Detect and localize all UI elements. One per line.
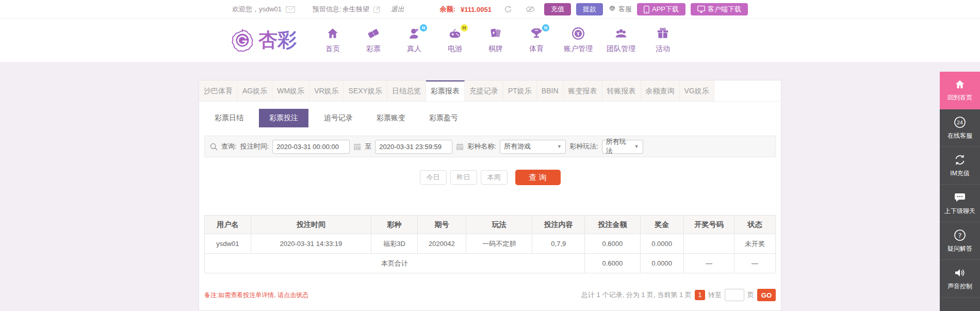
- game-select-value: 所有游戏: [504, 142, 531, 151]
- sidebar-item-back-home[interactable]: 回到首页: [940, 72, 980, 109]
- table-row: ysdw01 2020-03-31 14:33:19 福彩3D 2020042 …: [205, 234, 776, 254]
- client-download-button[interactable]: 客户端下载: [691, 3, 748, 15]
- edit-icon[interactable]: [373, 6, 381, 13]
- sidebar-item-online-service[interactable]: 24 在线客服: [940, 109, 980, 147]
- play-type-select[interactable]: 所有玩法 ▼: [602, 140, 643, 154]
- col-username: 用户名: [205, 216, 251, 234]
- svg-text:?: ?: [958, 232, 962, 239]
- nav-item-home[interactable]: 首页: [319, 27, 346, 54]
- coin-icon: [571, 27, 585, 41]
- cell-bet-time: 2020-03-31 14:33:19: [251, 234, 371, 254]
- nav-item-account[interactable]: 账户管理: [564, 27, 593, 54]
- withdraw-button[interactable]: 提款: [576, 3, 603, 15]
- hide-balance-eye-icon[interactable]: [526, 6, 535, 13]
- tab-saba-sports[interactable]: 沙巴体育: [199, 80, 238, 101]
- app-download-button[interactable]: APP下载: [637, 3, 685, 15]
- refresh-balance-icon[interactable]: [504, 5, 512, 13]
- query-label: 查询:: [221, 142, 237, 151]
- bet-time-to-input[interactable]: [375, 140, 452, 154]
- customer-service-link[interactable]: 客服: [608, 5, 632, 14]
- table-footer: 备注:如需查看投注单详情, 请点击状态 总计 1 个记录, 分为 1 页, 当前…: [204, 289, 776, 301]
- site-header: 杏彩 首页 彩票 N 真人: [0, 19, 980, 62]
- sidebar-item-faq[interactable]: ? 疑问解答: [940, 222, 980, 260]
- tab-bbin[interactable]: BBIN: [537, 80, 564, 101]
- tab-balance-query[interactable]: 余额查询: [641, 80, 680, 101]
- tab-daily-summary[interactable]: 日结总览: [387, 80, 426, 101]
- im-recharge-icon: [954, 154, 966, 166]
- recharge-button[interactable]: 充值: [544, 3, 571, 15]
- gamepad-icon: H: [448, 27, 462, 41]
- tab-wm[interactable]: WM娱乐: [272, 80, 309, 101]
- balance-value: ¥111.0051: [461, 6, 492, 13]
- tab-lottery-report[interactable]: 彩票报表: [426, 80, 465, 101]
- search-button[interactable]: 查 询: [515, 170, 561, 185]
- customer-service-label: 客服: [618, 5, 632, 14]
- cell-username: ysdw01: [205, 234, 251, 254]
- current-page-badge[interactable]: 1: [695, 290, 705, 300]
- subtab-lottery-profit-loss[interactable]: 彩票盈亏: [421, 109, 466, 127]
- play-type-select-value: 所有玩法: [606, 137, 631, 156]
- svg-text:24: 24: [957, 120, 963, 125]
- site-logo[interactable]: 杏彩: [231, 27, 297, 53]
- sidebar-item-chat[interactable]: 上下级聊天: [940, 185, 980, 222]
- sidebar-item-label: IM充值: [950, 169, 969, 178]
- game-select[interactable]: 所有游戏 ▼: [500, 140, 566, 154]
- cell-bet-content: 0,7,9: [532, 234, 585, 254]
- subtab-chase-records[interactable]: 追号记录: [316, 109, 361, 127]
- today-button[interactable]: 今日: [420, 170, 447, 185]
- welcome-text: 欢迎您，ysdw01: [232, 5, 282, 14]
- chevron-down-icon: ▼: [557, 144, 562, 149]
- col-play: 玩法: [466, 216, 532, 234]
- pagination-summary: 总计 1 个记录, 分为 1 页, 当前第 1 页: [581, 290, 692, 300]
- tab-ag[interactable]: AG娱乐: [238, 80, 272, 101]
- calendar-icon[interactable]: [456, 143, 464, 151]
- tab-account-change-report[interactable]: 账变报表: [564, 80, 602, 101]
- col-status: 状态: [734, 216, 776, 234]
- speaker-icon: [954, 267, 966, 279]
- yesterday-button[interactable]: 昨日: [450, 170, 477, 185]
- badge-n: N: [420, 24, 427, 31]
- trophy-icon: N: [530, 27, 543, 41]
- nav-item-team[interactable]: 团队管理: [607, 27, 635, 54]
- mail-icon[interactable]: [286, 6, 295, 13]
- nav-item-sports[interactable]: N 体育: [523, 27, 550, 54]
- badge-h: H: [461, 24, 468, 31]
- question-mark-icon: ?: [954, 229, 966, 241]
- main-nav: 首页 彩票 N 真人 H 电游: [319, 27, 676, 54]
- top-bar: 欢迎您，ysdw01 预留信息: 余生独望 退出 余额: ¥111.0051 充…: [0, 0, 980, 19]
- go-button[interactable]: GO: [757, 289, 776, 301]
- nav-item-lottery[interactable]: 彩票: [360, 27, 387, 54]
- cell-prize: 0.0000: [640, 234, 683, 254]
- bet-time-from-input[interactable]: [272, 140, 350, 154]
- subtab-lottery-daily[interactable]: 彩票日结: [206, 109, 252, 127]
- tab-sexy[interactable]: SEXY娱乐: [344, 80, 387, 101]
- home-icon: [954, 79, 966, 90]
- logout-link[interactable]: 退出: [391, 5, 404, 14]
- sidebar-item-label: 疑问解答: [948, 244, 972, 253]
- nav-label: 棋牌: [482, 44, 509, 54]
- sidebar-item-im-recharge[interactable]: IM充值: [940, 147, 980, 185]
- bets-table: 用户名 投注时间 彩种 期号 玩法 投注内容 投注金额 奖金 开奖号码 状态 y…: [204, 215, 776, 273]
- calendar-icon[interactable]: [353, 143, 361, 151]
- nav-item-promotions[interactable]: 活动: [649, 27, 676, 54]
- tab-transfer-report[interactable]: 转账报表: [602, 80, 641, 101]
- cell-bet-amount: 0.6000: [585, 234, 640, 254]
- tab-vg[interactable]: VG娱乐: [680, 80, 714, 101]
- phone-icon: [644, 6, 649, 13]
- this-week-button[interactable]: 本周: [481, 170, 508, 185]
- page-input[interactable]: [725, 289, 744, 301]
- nav-item-live[interactable]: N 真人: [401, 27, 428, 54]
- nav-item-egames[interactable]: H 电游: [442, 27, 468, 54]
- nav-label: 电游: [442, 44, 468, 54]
- cell-status[interactable]: 未开奖: [734, 234, 776, 254]
- cell-lottery-type: 福彩3D: [371, 234, 418, 254]
- col-bet-amount: 投注金额: [585, 216, 640, 234]
- subtab-lottery-account-change[interactable]: 彩票账变: [368, 109, 414, 127]
- nav-item-cards[interactable]: 棋牌: [482, 27, 509, 54]
- sidebar-item-sound[interactable]: 声音控制: [940, 260, 980, 298]
- subtab-lottery-bets[interactable]: 彩票投注: [259, 109, 308, 127]
- tab-vr[interactable]: VR娱乐: [309, 80, 344, 101]
- reserved-info-label: 预留信息:: [313, 5, 341, 14]
- tab-pt[interactable]: PT娱乐: [503, 80, 537, 101]
- tab-deposit-withdraw-records[interactable]: 充提记录: [465, 80, 503, 101]
